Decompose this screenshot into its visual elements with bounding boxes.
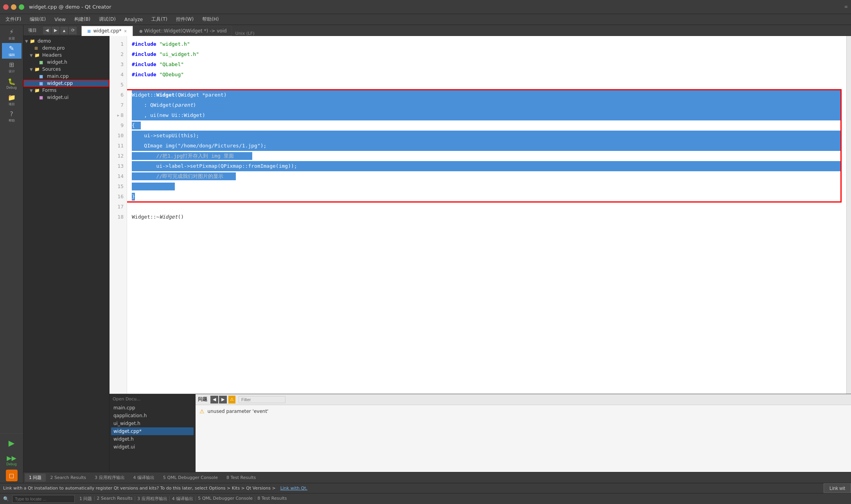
menu-build[interactable]: 构建(B) xyxy=(70,15,95,24)
issues-warning-filter[interactable]: ⚠ xyxy=(228,396,235,404)
code-line-4[interactable]: #include "QDebug" xyxy=(132,70,842,80)
code-line-16[interactable]: } xyxy=(132,192,842,202)
issues-nav-next[interactable]: ▶ xyxy=(219,396,227,404)
window-controls xyxy=(3,4,24,10)
sidebar-item-edit[interactable]: ✎ 编辑 xyxy=(2,43,22,59)
issues-nav-prev[interactable]: ◀ xyxy=(210,396,218,404)
ln-13: 13 xyxy=(110,161,127,171)
sidebar-item-design[interactable]: ⊞ 设计 xyxy=(2,59,22,75)
sidebar-item-welcome[interactable]: ⚡ 欢迎 xyxy=(2,27,22,42)
run-icon: ▶ xyxy=(9,438,14,448)
code-line-17[interactable] xyxy=(132,202,842,212)
tree-item-widget-cpp[interactable]: ■ widget.cpp xyxy=(23,80,109,87)
tab-compile-output[interactable]: 4 编译输出 xyxy=(129,474,159,482)
doc-qapplication-h[interactable]: qapplication.h xyxy=(111,412,194,420)
tree-item-main-cpp[interactable]: ■ main.cpp xyxy=(23,73,109,80)
code-line-7[interactable]: : QWidget(parent) xyxy=(132,100,842,110)
nav-sync-button[interactable]: ⟳ xyxy=(69,27,77,34)
welcome-icon: ⚡ xyxy=(9,28,14,36)
tab-test-results[interactable]: 8 Test Results xyxy=(223,474,260,481)
tree-item-demo[interactable]: ▼ 📁 demo xyxy=(23,38,109,45)
help-label: 帮助 xyxy=(9,118,15,123)
code-content[interactable]: #include "widget.h" #include "ui_widget.… xyxy=(127,36,846,394)
locate-issues[interactable]: 1 问题 xyxy=(79,496,92,502)
code-line-8[interactable]: , ui(new Ui::Widget) xyxy=(132,110,842,120)
issues-filter-input[interactable] xyxy=(239,396,285,403)
tab-widget-constructor[interactable]: ● Widget::Widget(QWidget *) -> void xyxy=(134,26,232,36)
menu-analyze[interactable]: Analyze xyxy=(120,16,147,23)
menu-help[interactable]: 帮助(H) xyxy=(198,15,223,24)
doc-widget-h[interactable]: widget.h xyxy=(111,435,194,443)
code-line-15[interactable] xyxy=(132,181,842,192)
minimize-button[interactable] xyxy=(11,4,16,10)
code-editor[interactable]: 1 2 3 4 5 6 7 8 9 10 11 12 13 xyxy=(110,36,851,394)
tab-icon-ctor: ● xyxy=(139,29,143,33)
code-line-12[interactable]: //把1.jpg打开存入到 img 里面 xyxy=(132,151,842,161)
code-line-13[interactable]: ui->label->setPixmap(QPixmap::fromImage(… xyxy=(132,161,842,171)
ln-15: 15 xyxy=(110,181,127,192)
code-line-9[interactable]: { xyxy=(132,120,842,131)
doc-ui-widget-h[interactable]: ui_widget.h xyxy=(111,420,194,427)
edit-icon: ✎ xyxy=(9,45,14,52)
doc-widget-ui[interactable]: widget.ui xyxy=(111,443,194,451)
space-1 xyxy=(156,40,160,48)
locate-compile[interactable]: 4 编译输出 xyxy=(172,496,194,502)
project-label: 项目 xyxy=(9,102,15,106)
tree-item-sources[interactable]: ▼ 📁 Sources xyxy=(23,66,109,73)
ln-2: 2 xyxy=(110,49,127,59)
locate-input[interactable] xyxy=(12,495,75,503)
code-line-5[interactable] xyxy=(132,80,842,90)
ln-12: 12 xyxy=(110,151,127,161)
editor-scrollbar[interactable] xyxy=(846,36,851,394)
menu-tools[interactable]: 工具(T) xyxy=(147,15,171,24)
status-link[interactable]: Link with Qt. xyxy=(280,486,307,491)
nav-back-button[interactable]: ◀ xyxy=(43,27,51,34)
tab-app-output[interactable]: 3 应用程序输出 xyxy=(91,474,129,482)
locate-search[interactable]: 2 Search Results xyxy=(97,496,133,502)
sidebar-item-help[interactable]: ? 帮助 xyxy=(2,109,22,124)
menu-edit[interactable]: 编辑(E) xyxy=(26,15,50,24)
tab-qml-debugger[interactable]: 5 QML Debugger Console xyxy=(159,474,222,481)
menu-debug[interactable]: 调试(D) xyxy=(95,15,120,24)
tab-widget-cpp[interactable]: ■ widget.cpp* × xyxy=(81,26,133,36)
doc-main-cpp[interactable]: main.cpp xyxy=(111,404,194,412)
code-line-6[interactable]: Widget::Widget(QWidget *parent) xyxy=(132,90,842,100)
locate-tests[interactable]: 8 Test Results xyxy=(257,496,287,502)
code-line-11[interactable]: QImage img("/home/dong/Pictures/1.jpg"); xyxy=(132,141,842,151)
tab-issues[interactable]: 1 问题 xyxy=(25,474,46,482)
code-line-10[interactable]: ui->setupUi(this); xyxy=(132,131,842,141)
nav-forward-button[interactable]: ▶ xyxy=(52,27,59,34)
code-line-3[interactable]: #include "QLabel" xyxy=(132,59,842,70)
link-with-button[interactable]: Link wit xyxy=(824,483,851,493)
tree-item-widget-ui[interactable]: ■ widget.ui xyxy=(23,94,109,101)
include-str-4: "QDebug" xyxy=(159,71,184,79)
code-line-2[interactable]: #include "ui_widget.h" xyxy=(132,49,842,59)
tree-item-demo-pro[interactable]: ⊞ demo.pro xyxy=(23,45,109,52)
locate-qml[interactable]: 5 QML Debugger Console xyxy=(198,496,253,502)
maximize-button[interactable] xyxy=(19,4,24,10)
doc-widget-cpp[interactable]: widget.cpp* xyxy=(111,427,194,435)
code-line-18[interactable]: Widget::~Widget() xyxy=(132,212,842,222)
locate-appout[interactable]: 3 应用程序输出 xyxy=(137,496,167,502)
device-button[interactable]: □ xyxy=(6,470,18,481)
sidebar-item-project[interactable]: 📁 项目 xyxy=(2,92,22,108)
tree-label-forms: Forms xyxy=(42,88,56,93)
menu-view[interactable]: View xyxy=(50,16,69,23)
tree-item-forms[interactable]: ▼ 📁 Forms xyxy=(23,87,109,94)
nav-up-button[interactable]: ▲ xyxy=(60,27,68,34)
menu-controls[interactable]: 控件(W) xyxy=(172,15,197,24)
l8-content: , ui(new Ui::Widget) xyxy=(132,111,205,120)
tree-item-widget-h[interactable]: ■ widget.h xyxy=(23,59,109,66)
code-line-14[interactable]: //即可完成我们对图片的显示 xyxy=(132,171,842,181)
welcome-label: 欢迎 xyxy=(9,36,15,41)
debug-run-button[interactable]: ▶▶ Debug xyxy=(2,452,22,468)
menu-file[interactable]: 文件(F) xyxy=(2,15,25,24)
tree-label-widget-h: widget.h xyxy=(47,59,67,65)
tree-item-headers[interactable]: ▼ 📁 Headers xyxy=(23,52,109,59)
tab-close-widget-cpp[interactable]: × xyxy=(124,29,127,33)
run-button[interactable]: ▶ xyxy=(2,435,22,451)
sidebar-item-debug[interactable]: 🐛 Debug xyxy=(2,76,22,91)
tab-search-results[interactable]: 2 Search Results xyxy=(47,474,90,481)
code-line-1[interactable]: #include "widget.h" xyxy=(132,39,842,49)
close-button[interactable] xyxy=(3,4,9,10)
